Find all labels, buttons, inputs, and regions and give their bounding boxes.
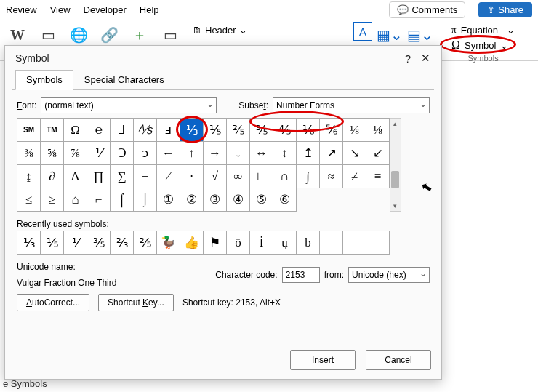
recent-symbol-cell[interactable]: ⅖ (134, 231, 157, 255)
symbol-cell[interactable]: ℮ (87, 119, 111, 142)
wordart-icon[interactable]: ▤⌄ (407, 22, 433, 48)
menu-view[interactable]: View (50, 4, 71, 15)
symbol-cell[interactable]: ⌠ (111, 188, 134, 212)
symbol-cell[interactable]: ∞ (227, 165, 250, 188)
menu-developer[interactable]: Developer (84, 4, 127, 15)
symbol-cell[interactable]: ⌂ (64, 188, 87, 212)
header-dropdown-button[interactable]: 🗎 Header ⌄ (188, 22, 252, 39)
char-code-input[interactable] (282, 267, 320, 283)
from-input[interactable] (348, 267, 430, 283)
symbol-cell[interactable]: ⅙ (297, 119, 320, 142)
symbol-cell[interactable]: ⌐ (87, 188, 111, 212)
parts-icon[interactable]: ▦⌄ (377, 22, 403, 48)
insert-button[interactable]: Insert (290, 350, 356, 370)
symbol-cell[interactable]: ③ (204, 188, 227, 212)
font-combo[interactable] (41, 97, 217, 113)
link-icon[interactable]: 🔗 (96, 22, 122, 48)
scroll-down-button[interactable]: ▾ (390, 201, 401, 211)
menu-review[interactable]: Review (6, 4, 37, 15)
recent-symbol-cell[interactable] (343, 231, 366, 255)
symbol-cell[interactable]: ↔ (250, 142, 273, 165)
symbol-cell[interactable]: ≠ (343, 165, 366, 188)
symbol-cell[interactable]: ⅟ (87, 142, 111, 165)
wikipedia-icon[interactable]: W (4, 22, 31, 48)
symbol-cell[interactable]: SM (17, 119, 41, 142)
symbol-cell[interactable]: ⅝ (41, 142, 64, 165)
symbol-cell[interactable]: ↕ (273, 142, 297, 165)
recent-grid[interactable]: ⅓⅕⅟⅗⅔⅖🦆👍⚑öİųb (17, 231, 430, 255)
menu-help[interactable]: Help (140, 4, 159, 15)
symbol-cell[interactable]: ⌡ (134, 188, 157, 212)
globe-icon[interactable]: 🌐 (65, 22, 92, 48)
symbol-cell[interactable]: ∕ (157, 165, 180, 188)
symbol-cell[interactable]: ← (157, 142, 180, 165)
symbol-cell[interactable]: ⅖ (227, 119, 250, 142)
video-icon[interactable]: ▭ (35, 22, 61, 48)
symbol-cell[interactable]: ↙ (366, 142, 390, 165)
symbol-cell[interactable]: ⅓ (180, 119, 204, 142)
symbol-cell[interactable]: ↨ (17, 165, 41, 188)
symbol-cell[interactable]: ⅍ (134, 119, 157, 142)
tab-symbols[interactable]: Symbols (15, 70, 73, 90)
symbol-cell[interactable]: ⅛ (343, 119, 366, 142)
symbol-cell[interactable]: ≡ (366, 165, 390, 188)
symbol-cell[interactable]: → (204, 142, 227, 165)
symbol-cell[interactable]: ⑤ (250, 188, 273, 212)
share-button[interactable]: ⇪ Share (478, 2, 532, 17)
symbol-cell[interactable]: ① (157, 188, 180, 212)
textbox-icon[interactable]: A (353, 22, 372, 41)
symbol-cell[interactable]: ↥ (297, 142, 320, 165)
symbol-cell[interactable]: ∆ (64, 165, 87, 188)
add-icon[interactable]: ＋ (127, 22, 153, 48)
recent-symbol-cell[interactable]: ö (227, 231, 250, 255)
symbol-cell[interactable]: ② (180, 188, 204, 212)
subset-combo[interactable] (273, 97, 430, 113)
symbol-cell[interactable]: ⅛ (366, 119, 390, 142)
font-input[interactable] (41, 97, 217, 113)
scroll-up-button[interactable]: ▴ (390, 119, 401, 129)
recent-symbol-cell[interactable]: İ (250, 231, 273, 255)
help-button[interactable]: ? (399, 52, 417, 65)
recent-symbol-cell[interactable]: ⅟ (64, 231, 87, 255)
symbol-cell[interactable]: ⅚ (320, 119, 343, 142)
scroll-track[interactable] (390, 129, 401, 201)
from-combo[interactable] (348, 267, 430, 283)
symbol-cell[interactable]: ∙ (180, 165, 204, 188)
symbol-cell[interactable]: ⅜ (17, 142, 41, 165)
recent-symbol-cell[interactable]: 👍 (180, 231, 204, 255)
symbol-cell[interactable]: ∂ (41, 165, 64, 188)
symbol-cell[interactable]: ↗ (320, 142, 343, 165)
recent-symbol-cell[interactable]: ⅗ (87, 231, 111, 255)
autocorrect-button[interactable]: AutoCorrect... (17, 294, 89, 311)
grid-scrollbar[interactable]: ▴ ▾ (390, 118, 401, 212)
recent-symbol-cell[interactable]: ⅓ (17, 231, 41, 255)
symbol-cell[interactable]: ∩ (273, 165, 297, 188)
symbol-cell[interactable]: ⅗ (250, 119, 273, 142)
symbol-cell[interactable]: Ω (64, 119, 87, 142)
comment-icon[interactable]: ▭ (157, 22, 183, 48)
recent-symbol-cell[interactable]: b (297, 231, 320, 255)
symbol-cell[interactable]: ⅘ (273, 119, 297, 142)
recent-symbol-cell[interactable] (320, 231, 343, 255)
shortcut-key-button[interactable]: Shortcut Key... (98, 294, 174, 311)
equation-button[interactable]: π Equation ⌄ (447, 23, 519, 36)
tab-special-chars[interactable]: Special Characters (73, 70, 175, 90)
symbol-cell[interactable]: − (134, 165, 157, 188)
recent-symbol-cell[interactable]: 🦆 (157, 231, 180, 255)
symbol-cell[interactable]: ⅞ (64, 142, 87, 165)
recent-symbol-cell[interactable] (366, 231, 390, 255)
symbol-cell[interactable]: ≈ (320, 165, 343, 188)
subset-input[interactable] (273, 97, 430, 113)
symbol-cell[interactable]: √ (204, 165, 227, 188)
symbol-cell[interactable]: ↓ (227, 142, 250, 165)
symbol-cell[interactable]: ≤ (17, 188, 41, 212)
recent-symbol-cell[interactable]: ⅔ (111, 231, 134, 255)
symbol-cell[interactable]: ↑ (180, 142, 204, 165)
symbol-cell[interactable]: ∑ (111, 165, 134, 188)
symbol-cell[interactable]: Ↄ (111, 142, 134, 165)
symbol-cell[interactable]: ⅎ (157, 119, 180, 142)
symbol-cell[interactable]: ∏ (87, 165, 111, 188)
symbol-cell[interactable]: ≥ (41, 188, 64, 212)
symbol-cell[interactable]: ∟ (250, 165, 273, 188)
recent-symbol-cell[interactable]: ų (273, 231, 297, 255)
